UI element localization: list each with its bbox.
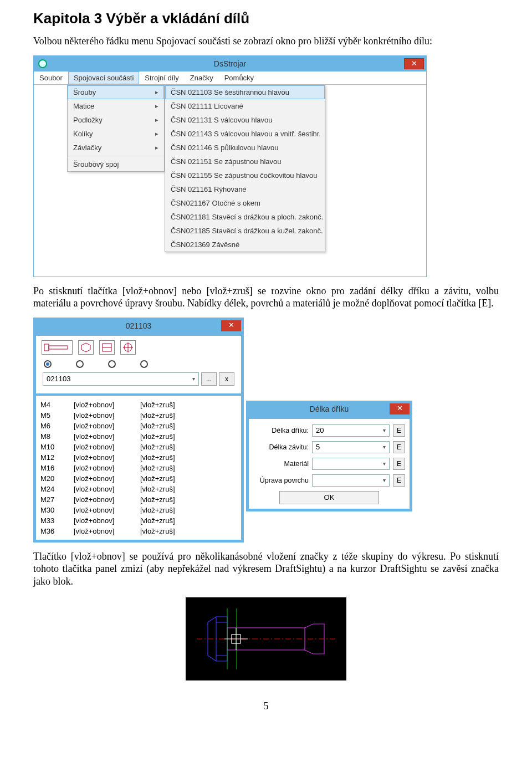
vloz-zrus-link[interactable]: [vlož+zruš]: [140, 516, 175, 525]
chevron-down-icon: ▾: [383, 477, 386, 483]
close-button[interactable]: ✕: [404, 58, 424, 69]
vloz-obnov-link[interactable]: [vlož+obnov]: [74, 495, 129, 504]
svg-rect-1: [49, 346, 68, 349]
vloz-zrus-link[interactable]: [vlož+zruš]: [140, 411, 175, 419]
vloz-obnov-link[interactable]: [vlož+obnov]: [74, 432, 129, 441]
submenu-srouby-items: ČSN 021103 Se šestihrannou hlavouČSN 021…: [165, 85, 325, 252]
submenu-csn-item[interactable]: ČSN 021131 S válcovou hlavou: [165, 113, 325, 127]
page-number: 5: [33, 700, 499, 712]
form: Délka dříku: 20▾ E Délka závitu: 5▾ E Ma…: [249, 419, 410, 509]
submenu-csn-item[interactable]: ČSN 021161 Rýhované: [165, 182, 325, 196]
combo-uprava-povrchu[interactable]: ▾: [312, 474, 390, 487]
part-code-combo[interactable]: 021103 ▾: [43, 372, 199, 386]
submenu-csn-item[interactable]: ČSN021185 Stavěcí s drážkou a kužel. zak…: [165, 224, 325, 238]
vloz-zrus-link[interactable]: [vlož+zruš]: [140, 495, 175, 504]
radio-row: [39, 358, 238, 372]
vloz-obnov-link[interactable]: [vlož+obnov]: [74, 506, 129, 514]
menu-spojovaci-soucasti[interactable]: Spojovací součásti: [68, 71, 139, 84]
submenu-item-srouby[interactable]: Šrouby: [68, 85, 164, 99]
doc-heading: Kapitola 3 Výběr a vkládání dílů: [33, 10, 499, 27]
submenu-csn-item[interactable]: ČSN021181 Stavěcí s drážkou a ploch. zak…: [165, 210, 325, 224]
vloz-obnov-link[interactable]: [vlož+obnov]: [74, 422, 129, 430]
view-icon-end[interactable]: [99, 340, 115, 355]
menu-strojni-dily[interactable]: Strojní díly: [139, 71, 184, 84]
size-label: M10: [40, 443, 63, 451]
vloz-zrus-link[interactable]: [vlož+zruš]: [140, 422, 175, 430]
chevron-down-icon: ▾: [383, 460, 386, 467]
vloz-zrus-link[interactable]: [vlož+zruš]: [140, 401, 175, 409]
submenu-csn-item[interactable]: ČSN021369 Závěsné: [165, 238, 325, 252]
vloz-obnov-link[interactable]: [vlož+obnov]: [74, 411, 129, 419]
view-icons-row: [39, 339, 238, 358]
menu-znacky[interactable]: Značky: [185, 71, 219, 84]
radio-4[interactable]: [140, 360, 148, 368]
part-row: M6[vlož+obnov][vlož+zruš]: [40, 421, 237, 431]
combo-material[interactable]: ▾: [312, 458, 390, 470]
vloz-obnov-link[interactable]: [vlož+obnov]: [74, 485, 129, 493]
part-row: M24[vlož+obnov][vlož+zruš]: [40, 484, 237, 494]
vloz-obnov-link[interactable]: [vlož+obnov]: [74, 443, 129, 451]
part-row: M36[vlož+obnov][vlož+zruš]: [40, 526, 237, 536]
vloz-obnov-link[interactable]: [vlož+obnov]: [74, 474, 129, 483]
vloz-zrus-link[interactable]: [vlož+zruš]: [140, 527, 175, 535]
vloz-obnov-link[interactable]: [vlož+obnov]: [74, 464, 129, 472]
chevron-down-icon: ▾: [383, 444, 386, 450]
vloz-zrus-link[interactable]: [vlož+zruš]: [140, 432, 175, 441]
browse-button[interactable]: ...: [201, 372, 217, 386]
submenu-csn-item[interactable]: ČSN 021103 Se šestihrannou hlavou: [165, 85, 325, 99]
vloz-obnov-link[interactable]: [vlož+obnov]: [74, 401, 129, 409]
value: 20: [316, 426, 324, 434]
radio-1[interactable]: [44, 360, 52, 368]
radio-2[interactable]: [76, 360, 84, 368]
submenu-csn-item[interactable]: ČSN 021111 Lícované: [165, 99, 325, 113]
label-material: Materiál: [253, 460, 309, 468]
submenu-csn-item[interactable]: ČSN 021151 Se zápustnou hlavou: [165, 155, 325, 168]
size-label: M12: [40, 453, 63, 462]
vloz-zrus-link[interactable]: [vlož+zruš]: [140, 485, 175, 493]
window-title: Délka dříku: [247, 405, 412, 413]
vloz-zrus-link[interactable]: [vlož+zruš]: [140, 453, 175, 462]
edit-button[interactable]: E: [393, 458, 405, 470]
view-icon-front[interactable]: [78, 340, 94, 355]
doc-p1: Volbou některého řádku menu Spojovací so…: [33, 35, 499, 48]
size-label: M27: [40, 495, 63, 504]
vloz-zrus-link[interactable]: [vlož+zruš]: [140, 506, 175, 514]
clear-button[interactable]: x: [219, 372, 234, 386]
part-row: M16[vlož+obnov][vlož+zruš]: [40, 463, 237, 473]
submenu-csn-item[interactable]: ČSN 021143 S válcovou hlavou a vnitř. še…: [165, 127, 325, 141]
menu-soubor[interactable]: Soubor: [34, 71, 68, 84]
submenu-item-podlozky[interactable]: Podložky: [68, 113, 164, 127]
view-icon-side[interactable]: [42, 340, 73, 355]
submenu-item-matice[interactable]: Matice: [68, 99, 164, 113]
size-label: M6: [40, 422, 63, 430]
submenu-item-sroubovy-spoj[interactable]: Šroubový spoj: [68, 157, 164, 171]
submenu-csn-item[interactable]: ČSN 021155 Se zápustnou čočkovitou hlavo…: [165, 168, 325, 182]
edit-button[interactable]: E: [393, 424, 405, 437]
edit-button[interactable]: E: [393, 441, 405, 453]
part-size-list: M4[vlož+obnov][vlož+zruš]M5[vlož+obnov][…: [36, 396, 241, 540]
vloz-obnov-link[interactable]: [vlož+obnov]: [74, 516, 129, 525]
close-button[interactable]: ✕: [221, 320, 241, 331]
vloz-obnov-link[interactable]: [vlož+obnov]: [74, 527, 129, 535]
submenu-csn-item[interactable]: ČSN 021146 S půlkulovou hlavou: [165, 141, 325, 155]
edit-button[interactable]: E: [393, 474, 405, 487]
close-button[interactable]: ✕: [390, 403, 410, 414]
combo-delka-zavitu[interactable]: 5▾: [312, 441, 390, 453]
part-row: M4[vlož+obnov][vlož+zruš]: [40, 400, 237, 410]
submenu-csn-item[interactable]: ČSN021167 Otočné s okem: [165, 196, 325, 210]
vloz-obnov-link[interactable]: [vlož+obnov]: [74, 453, 129, 462]
vloz-zrus-link[interactable]: [vlož+zruš]: [140, 474, 175, 483]
vloz-zrus-link[interactable]: [vlož+zruš]: [140, 464, 175, 472]
panel: 021103 ▾ ... x: [36, 336, 241, 393]
ok-button[interactable]: OK: [279, 491, 379, 504]
vloz-zrus-link[interactable]: [vlož+zruš]: [140, 443, 175, 451]
titlebar: 021103 ✕: [34, 318, 243, 334]
menu-pomucky[interactable]: Pomůcky: [219, 71, 259, 84]
radio-3[interactable]: [108, 360, 116, 368]
submenu-item-zavlacky[interactable]: Závlačky: [68, 141, 164, 155]
view-icon-axial[interactable]: [120, 340, 136, 355]
combo-delka-driku[interactable]: 20▾: [312, 424, 390, 437]
cad-preview-image: [186, 597, 346, 680]
submenu-item-koliky[interactable]: Kolíky: [68, 127, 164, 141]
window-delka-driku: Délka dříku ✕ Délka dříku: 20▾ E Délka z…: [246, 401, 412, 511]
